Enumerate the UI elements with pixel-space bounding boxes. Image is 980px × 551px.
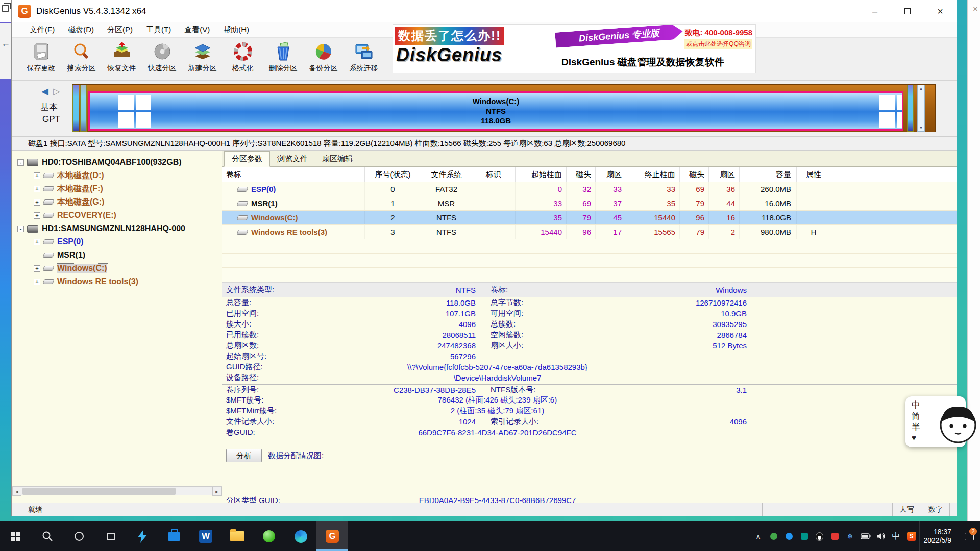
quick-partition-button[interactable]: 快速分区 bbox=[142, 38, 182, 80]
tree-item-esp[interactable]: + ESP(0) bbox=[12, 235, 222, 248]
tree-item-local-f[interactable]: + 本地磁盘(F:) bbox=[12, 182, 222, 195]
tray-green-icon[interactable] bbox=[766, 521, 781, 551]
ad-banner[interactable]: 数据丢了怎么办!! DiskGenius 专业版 致电: 400-008-995… bbox=[393, 24, 756, 73]
scroll-left-icon[interactable]: ◄ bbox=[12, 487, 21, 496]
menu-tools[interactable]: 工具(T) bbox=[139, 25, 178, 35]
tree-item-windows-c[interactable]: + Windows(C:) bbox=[12, 262, 222, 275]
save-changes-button[interactable]: 保存更改 bbox=[21, 38, 61, 80]
tab-sector-edit[interactable]: 扇区编辑 bbox=[315, 152, 360, 166]
menu-disk[interactable]: 磁盘(D) bbox=[61, 25, 101, 35]
tree-item-hd1[interactable]: - HD1:SAMSUNGMZNLN128HAHQ-000 bbox=[12, 222, 222, 235]
tree-item-recovery-e[interactable]: + RECOVERY(E:) bbox=[12, 209, 222, 222]
menu-partition[interactable]: 分区(P) bbox=[101, 25, 139, 35]
col-header-end-cyl[interactable]: 终止柱面 bbox=[626, 167, 680, 182]
tray-qq-icon[interactable] bbox=[812, 521, 827, 551]
next-disk-icon[interactable]: ▷ bbox=[53, 86, 60, 96]
expander-icon[interactable]: - bbox=[17, 159, 24, 166]
menu-file[interactable]: 文件(F) bbox=[23, 25, 61, 35]
minimize-button[interactable]: – bbox=[859, 0, 891, 22]
tray-chevron-icon[interactable]: ∧ bbox=[751, 521, 766, 551]
expander-icon[interactable]: + bbox=[34, 279, 40, 285]
col-header-seq[interactable]: 序号(状态) bbox=[365, 167, 421, 182]
tab-browse-files[interactable]: 浏览文件 bbox=[270, 152, 315, 166]
tree-item-windows-re[interactable]: + Windows RE tools(3) bbox=[12, 275, 222, 288]
close-button[interactable]: × bbox=[924, 0, 957, 22]
format-button[interactable]: 格式化 bbox=[223, 38, 263, 80]
col-header-volume[interactable]: 卷标 bbox=[222, 167, 365, 182]
pinned-store-app[interactable] bbox=[158, 521, 190, 551]
disk-bar-scrollbar[interactable]: ▲ ▼ bbox=[917, 85, 925, 132]
maximize-button[interactable] bbox=[891, 0, 924, 22]
new-partition-button[interactable]: 新建分区 bbox=[182, 38, 223, 80]
taskbar-clock[interactable]: 18:37 2022/5/9 bbox=[919, 521, 958, 551]
pinned-browser-app[interactable] bbox=[253, 521, 285, 551]
system-migration-button[interactable]: 系统迁移 bbox=[344, 38, 384, 80]
expander-icon[interactable]: + bbox=[34, 239, 40, 245]
pinned-edge-app[interactable] bbox=[285, 521, 316, 551]
col-header-end-sector[interactable]: 扇区 bbox=[709, 167, 740, 182]
ime-zh-icon[interactable]: 中 bbox=[889, 521, 904, 551]
msr-partition-segment[interactable] bbox=[80, 85, 87, 132]
detail-label: 扇区大小: bbox=[491, 341, 599, 350]
table-row-esp[interactable]: ESP(0) 0 FAT32 0 32 33 33 69 36 260.0MB bbox=[222, 182, 957, 196]
battery-icon[interactable] bbox=[858, 521, 873, 551]
menu-view[interactable]: 查看(V) bbox=[178, 25, 216, 35]
expander-icon[interactable]: + bbox=[34, 212, 40, 219]
backup-partition-button[interactable]: 备份分区 bbox=[303, 38, 344, 80]
ad-qq-link[interactable]: 或点击此处选择QQ咨询 bbox=[684, 39, 752, 49]
table-row-windows-re[interactable]: Windows RE tools(3) 3 NTFS 15440 96 17 1… bbox=[222, 225, 957, 239]
tree-item-hd0[interactable]: - HD0:TOSHIBAMQ04ABF100(932GB) bbox=[12, 156, 222, 169]
col-header-start-head[interactable]: 磁头 bbox=[567, 167, 596, 182]
taskbar-search-button[interactable] bbox=[32, 521, 63, 551]
tray-blue-icon[interactable] bbox=[781, 521, 797, 551]
col-header-fs[interactable]: 文件系统 bbox=[421, 167, 472, 182]
expander-icon[interactable]: + bbox=[34, 186, 40, 192]
menu-help[interactable]: 帮助(H) bbox=[216, 25, 256, 35]
scroll-right-icon[interactable]: ► bbox=[212, 487, 222, 496]
expander-icon[interactable]: - bbox=[17, 226, 24, 232]
expander-icon[interactable]: + bbox=[34, 265, 40, 272]
analyze-button[interactable]: 分析 bbox=[226, 449, 262, 462]
search-partition-button[interactable]: 搜索分区 bbox=[61, 38, 102, 80]
tab-partition-params[interactable]: 分区参数 bbox=[224, 151, 270, 167]
file-explorer-button[interactable] bbox=[222, 521, 253, 551]
tree-item-local-d[interactable]: + 本地磁盘(D:) bbox=[12, 169, 222, 182]
cortana-button[interactable] bbox=[63, 521, 95, 551]
expander-icon[interactable]: + bbox=[34, 199, 40, 206]
col-header-start-sector[interactable]: 扇区 bbox=[596, 167, 626, 182]
col-header-end-head[interactable]: 磁头 bbox=[680, 167, 709, 182]
volume-icon[interactable] bbox=[873, 521, 889, 551]
windows-c-partition-segment[interactable]: Windows(C:) NTFS 118.0GB bbox=[88, 91, 903, 131]
col-header-start-cyl[interactable]: 起始柱面 bbox=[516, 167, 567, 182]
pinned-lightning-app[interactable] bbox=[127, 521, 158, 551]
scrollbar-thumb[interactable] bbox=[22, 488, 176, 495]
tree-item-msr[interactable]: MSR(1) bbox=[12, 248, 222, 262]
ime-status-panel[interactable]: 中 简 半 ♥ bbox=[905, 396, 966, 447]
esp-partition-segment[interactable] bbox=[72, 85, 79, 132]
delete-partition-button[interactable]: 删除分区 bbox=[263, 38, 303, 80]
back-arrow-icon[interactable]: ← bbox=[1, 38, 10, 48]
expander-icon[interactable]: + bbox=[34, 172, 40, 179]
tray-teal-icon[interactable] bbox=[797, 521, 812, 551]
tree-item-local-g[interactable]: + 本地磁盘(G:) bbox=[12, 195, 222, 209]
col-header-attr[interactable]: 属性 bbox=[797, 167, 830, 182]
action-center-button[interactable]: 2 bbox=[958, 521, 980, 551]
task-view-button[interactable] bbox=[95, 521, 127, 551]
tray-red-icon[interactable] bbox=[827, 521, 843, 551]
status-segment bbox=[949, 503, 957, 516]
background-close-icon[interactable]: × bbox=[973, 4, 978, 14]
restore-window-icon[interactable] bbox=[2, 5, 9, 12]
tray-snowflake-icon[interactable]: ❄ bbox=[843, 521, 858, 551]
sogou-icon[interactable]: S bbox=[904, 521, 919, 551]
taskbar-diskgenius-app[interactable]: G bbox=[316, 521, 348, 551]
pinned-word-app[interactable]: W bbox=[190, 521, 222, 551]
col-header-flag[interactable]: 标识 bbox=[472, 167, 516, 182]
recover-files-button[interactable]: 恢复文件 bbox=[102, 38, 142, 80]
re-tools-partition-segment[interactable] bbox=[907, 85, 914, 132]
prev-disk-icon[interactable]: ◀ bbox=[41, 86, 48, 96]
table-row-msr[interactable]: MSR(1) 1 MSR 33 69 37 35 79 44 16.0MB bbox=[222, 196, 957, 211]
tree-horizontal-scrollbar[interactable]: ◄ ► bbox=[12, 486, 222, 495]
start-button[interactable] bbox=[0, 521, 32, 551]
col-header-size[interactable]: 容量 bbox=[740, 167, 797, 182]
table-row-windows-c[interactable]: Windows(C:) 2 NTFS 35 79 45 15440 96 16 … bbox=[222, 211, 957, 225]
